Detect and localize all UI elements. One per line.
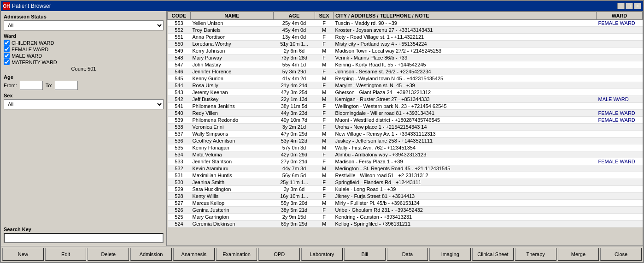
close-button-footer[interactable]: Close: [600, 248, 642, 261]
cell-ward: [597, 207, 643, 214]
ward-male-checkbox[interactable]: [4, 53, 10, 59]
cell-code: 550: [168, 41, 191, 48]
table-row[interactable]: 550 Loredana Worthy 51y 10m 1... F Misty…: [168, 41, 643, 48]
cell-code: 530: [168, 179, 191, 186]
table-row[interactable]: 531 Maximilian Huntis 56y 6m 5d M Restiv…: [168, 172, 643, 179]
search-key-section: Search Key: [4, 227, 164, 243]
table-row[interactable]: 534 Mirta Veluma 42y 0m 29d F Alimbu - A…: [168, 151, 643, 158]
cell-sex: F: [315, 20, 334, 27]
table-row[interactable]: 547 John Mastiry 55y 4m 1d M Keiring - K…: [168, 61, 643, 68]
cell-ward: [597, 200, 643, 207]
age-label: Age: [4, 74, 164, 80]
cell-city: Bloomingdale - Willer road 81 - +3931343…: [334, 110, 597, 117]
table-row[interactable]: 545 Kenny Gurion 41y 4m 2d M Resping - W…: [168, 75, 643, 82]
table-row[interactable]: 543 Jeremy Keenan 47y 3m 25d M Gherson -…: [168, 89, 643, 96]
table-row[interactable]: 524 Geremia Dickinson 69y 9m 29d M Kello…: [168, 221, 643, 227]
edit-button[interactable]: Edit: [45, 248, 87, 261]
ward-maternity-checkbox[interactable]: [4, 59, 10, 65]
table-row[interactable]: 544 Rosa Ursily 21y 4m 21d F Maryint - W…: [168, 82, 643, 89]
patient-table-container[interactable]: CODE NAME AGE SEX CITY / ADDRESS / TELEP…: [167, 11, 643, 246]
cell-name: Marcus Kellop: [191, 200, 274, 207]
cell-city: Wally - First Avn. 762 - +123451354: [334, 144, 597, 151]
ward-female-checkbox[interactable]: [4, 46, 10, 52]
sex-select[interactable]: All M F: [4, 99, 164, 109]
cell-name: Philomena Redondo: [191, 117, 274, 124]
table-row[interactable]: 542 Jeff Buskey 22y 1m 13d M Kernigan - …: [168, 96, 643, 103]
close-button[interactable]: ×: [634, 3, 641, 9]
cell-ward: [597, 75, 643, 82]
table-row[interactable]: 536 Geoffrey Adenilson 53y 4m 22d M Jusk…: [168, 137, 643, 144]
table-row[interactable]: 529 Sara Hucklington 3y 3m 6d F Kulele -…: [168, 186, 643, 193]
ward-children[interactable]: CHILDREN WARD: [4, 40, 164, 46]
cell-sex: M: [315, 221, 334, 227]
sex-label: Sex: [4, 93, 164, 98]
admission-button[interactable]: Admission: [130, 248, 172, 261]
cell-city: Uroha - New place 1 - +21542154343 14: [334, 124, 597, 131]
age-from-input[interactable]: [20, 81, 43, 90]
table-row[interactable]: 540 Redy Villen 44y 3m 23d F Bloomingdal…: [168, 110, 643, 117]
cell-city: Restiville - Wilson road 51 - +2-2313131…: [334, 172, 597, 179]
anamnesis-button[interactable]: Anamnesis: [173, 248, 215, 261]
title-controls: _ □ ×: [617, 3, 641, 9]
table-row[interactable]: 525 Mary Garrington 2y 9m 15d F Kendring…: [168, 214, 643, 221]
therapy-button[interactable]: Therapy: [515, 248, 556, 261]
ward-female[interactable]: FEMALE WARD: [4, 46, 164, 52]
table-row[interactable]: 527 Marcus Kellop 55y 3m 20d M Mirly - F…: [168, 200, 643, 207]
age-to-input[interactable]: [55, 81, 78, 90]
search-input[interactable]: [4, 233, 164, 243]
cell-code: 536: [168, 137, 191, 144]
ward-maternity[interactable]: MATERNITY WARD: [4, 59, 164, 65]
col-sex: SEX: [315, 12, 334, 20]
ward-male[interactable]: MALE WARD: [4, 53, 164, 59]
table-row[interactable]: 549 Kerry Johnson 2y 6m 6d M Madison Tow…: [168, 48, 643, 54]
cell-age: 2y 6m 6d: [274, 48, 315, 54]
maximize-button[interactable]: □: [626, 3, 633, 9]
cell-sex: F: [315, 103, 334, 110]
examination-button[interactable]: Examination: [216, 248, 258, 261]
cell-code: 551: [168, 34, 191, 41]
table-row[interactable]: 546 Jennifer Florence 5y 3m 29d F Johnso…: [168, 68, 643, 75]
bill-button[interactable]: Bill: [344, 248, 386, 261]
cell-age: 21y 4m 21d: [274, 82, 315, 89]
cell-sex: F: [315, 54, 334, 61]
clinical-sheet-button[interactable]: Clinical Sheet: [472, 248, 514, 261]
cell-sex: F: [315, 151, 334, 158]
new-button[interactable]: New: [2, 248, 44, 261]
table-row[interactable]: 541 Philomena Jenkins 38y 11m 5d F Welli…: [168, 103, 643, 110]
merge-button[interactable]: Merge: [558, 248, 599, 261]
cell-sex: F: [315, 124, 334, 131]
cell-code: 533: [168, 158, 191, 165]
window-title: Patient Browser: [12, 3, 51, 9]
cell-code: 531: [168, 172, 191, 179]
cell-code: 546: [168, 68, 191, 75]
table-row[interactable]: 552 Troy Daniels 45y 4m 0d M Kroster - J…: [168, 27, 643, 34]
ward-children-checkbox[interactable]: [4, 40, 10, 46]
delete-button[interactable]: Delete: [88, 248, 129, 261]
minimize-button[interactable]: _: [617, 3, 625, 9]
cell-code: 537: [168, 131, 191, 137]
table-row[interactable]: 553 Yellen Unison 25y 4m 0d F Tuscin - M…: [168, 20, 643, 27]
table-row[interactable]: 532 Kevin Aramburu 44y 7m 3d M Medington…: [168, 165, 643, 172]
table-row[interactable]: 528 Kenty Willis 16y 10m 1... F Jikney -…: [168, 193, 643, 200]
admission-status-select[interactable]: All Admitted Discharged: [4, 20, 164, 30]
cell-age: 42y 0m 29d: [274, 151, 315, 158]
table-row[interactable]: 530 Jeanina Smith 25y 11m 1... F Springf…: [168, 179, 643, 186]
cell-sex: F: [315, 110, 334, 117]
cell-sex: M: [315, 137, 334, 144]
footer-buttons: New Edit Delete Admission Anamnesis Exam…: [1, 246, 643, 262]
opd-button[interactable]: OPD: [258, 248, 300, 261]
table-row[interactable]: 533 Jennifer Stantson 27y 0m 21d F Madis…: [168, 158, 643, 165]
table-row[interactable]: 535 Kenny Flanagan 57y 0m 3d M Wally - F…: [168, 144, 643, 151]
table-row[interactable]: 539 Philomena Redondo 40y 10m 7d F Muoni…: [168, 117, 643, 124]
table-row[interactable]: 551 Anna Porttison 13y 4m 0d F Roty - Ro…: [168, 34, 643, 41]
data-button[interactable]: Data: [387, 248, 428, 261]
table-row[interactable]: 548 Mary Parway 73y 3m 28d F Verink - Ma…: [168, 54, 643, 61]
cell-city: Mirly - Fullister Pl. 45/b - +396153134: [334, 200, 597, 207]
table-row[interactable]: 537 Wally Simpsons 47y 0m 29d M New Vill…: [168, 131, 643, 137]
cell-name: Geremia Dickinson: [191, 221, 274, 227]
cell-age: 41y 4m 2d: [274, 75, 315, 82]
table-row[interactable]: 526 Genina Justterin 38y 5m 21d F Uribe …: [168, 207, 643, 214]
table-row[interactable]: 538 Veronica Erini 3y 2m 21d F Uroha - N…: [168, 124, 643, 131]
laboratory-button[interactable]: Laboratory: [301, 248, 343, 261]
imaging-button[interactable]: Imaging: [429, 248, 471, 261]
